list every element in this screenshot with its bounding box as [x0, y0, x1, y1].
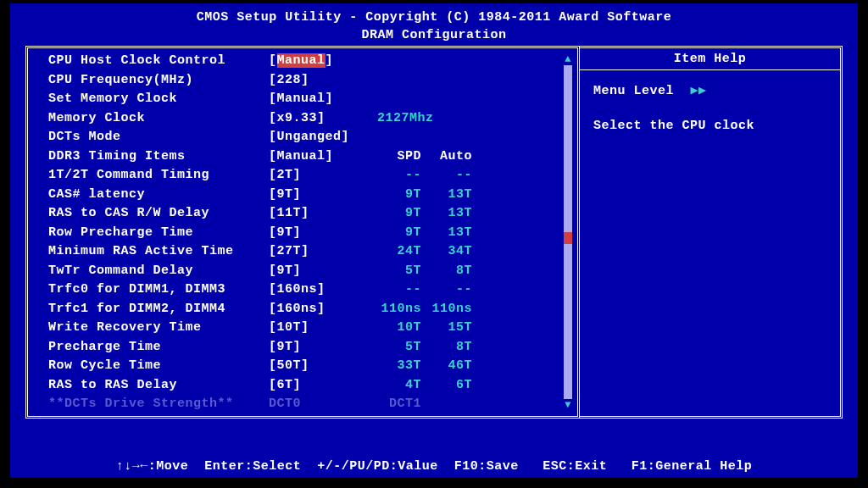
setting-spd: 10T	[362, 319, 421, 338]
setting-label: DCTs Mode	[48, 128, 269, 147]
menu-level-arrows-icon: ▶▶	[691, 84, 707, 98]
setting-spd: --	[362, 280, 421, 300]
setting-row[interactable]: Trfc0 for DIMM1, DIMM3[160ns]----	[48, 280, 570, 300]
setting-row[interactable]: CAS# latency[9T]9T13T	[48, 186, 570, 205]
setting-row[interactable]: DDR3 Timing Items[Manual]SPDAuto	[48, 147, 570, 167]
setting-value: [x9.33]	[269, 109, 362, 129]
setting-value: [9T]	[269, 338, 362, 358]
scrollbar[interactable]: ▲ ▼	[562, 53, 574, 411]
setting-row[interactable]: TwTr Command Delay[9T]5T8T	[48, 262, 570, 281]
setting-auto	[421, 395, 472, 414]
setting-row[interactable]: RAS to RAS Delay[6T]4T6T	[48, 376, 570, 396]
setting-value: DCT0	[269, 395, 362, 414]
setting-spd: 5T	[362, 338, 421, 358]
setting-label: CPU Host Clock Control	[48, 52, 269, 71]
setting-label: RAS to CAS R/W Delay	[48, 204, 269, 224]
setting-spd: DCT1	[362, 395, 421, 414]
setting-label: Set Memory Clock	[48, 90, 269, 109]
setting-value: [9T]	[269, 262, 362, 281]
setting-spd: --	[362, 166, 421, 186]
setting-spd	[362, 90, 421, 109]
setting-row: **DCTs Drive Strength**DCT0DCT1	[48, 395, 570, 414]
setting-value: [Manual]	[269, 52, 362, 71]
setting-row[interactable]: Precharge Time[9T]5T8T	[48, 338, 570, 358]
scroll-down-icon[interactable]: ▼	[562, 399, 574, 411]
setting-auto	[421, 128, 472, 147]
setting-auto: --	[421, 166, 472, 186]
setting-spd	[362, 52, 421, 71]
setting-label: CPU Frequency(MHz)	[48, 71, 269, 91]
setting-label: Trfc0 for DIMM1, DIMM3	[48, 280, 269, 300]
settings-panel: CPU Host Clock Control[Manual]CPU Freque…	[25, 46, 580, 419]
setting-auto: 13T	[421, 186, 472, 205]
setting-auto: Auto	[421, 147, 472, 167]
scroll-track[interactable]	[564, 65, 572, 399]
setting-auto	[421, 71, 472, 91]
setting-auto: 8T	[421, 338, 472, 358]
setting-auto: 46T	[421, 357, 472, 376]
setting-label: RAS to RAS Delay	[48, 376, 269, 396]
scroll-thumb[interactable]	[564, 232, 572, 244]
setting-row[interactable]: Set Memory Clock[Manual]	[48, 90, 570, 109]
setting-spd: 110ns	[362, 300, 421, 319]
setting-auto: 110ns	[421, 300, 472, 319]
setting-value: [228]	[269, 71, 362, 91]
setting-spd: 33T	[362, 357, 421, 376]
setting-label: Row Cycle Time	[48, 357, 269, 376]
setting-auto: 13T	[421, 204, 472, 224]
setting-row[interactable]: CPU Frequency(MHz)[228]	[48, 71, 570, 91]
setting-value: [Unganged]	[269, 128, 362, 147]
setting-row[interactable]: Memory Clock[x9.33]2127Mhz	[48, 109, 570, 129]
setting-label: Write Recovery Time	[48, 319, 269, 338]
help-panel: Item Help Menu Level ▶▶ Select the CPU c…	[580, 46, 843, 419]
setting-row[interactable]: 1T/2T Command Timing[2T]----	[48, 166, 570, 186]
setting-extra: 2127Mhz	[377, 109, 434, 129]
setting-spd: SPD	[362, 147, 421, 167]
setting-row[interactable]: Row Cycle Time[50T]33T46T	[48, 357, 570, 376]
setting-value: [27T]	[269, 242, 362, 262]
setting-auto: --	[421, 280, 472, 300]
footer-hints: ↑↓→←:Move Enter:Select +/-/PU/PD:Value F…	[10, 419, 858, 488]
setting-label: TwTr Command Delay	[48, 262, 269, 281]
setting-value: [6T]	[269, 376, 362, 396]
menu-level: Menu Level ▶▶	[593, 82, 826, 102]
setting-row[interactable]: Write Recovery Time[10T]10T15T	[48, 319, 570, 338]
setting-value: [9T]	[269, 224, 362, 243]
bios-subtitle: DRAM Configuration	[10, 26, 858, 44]
bios-header: CMOS Setup Utility - Copyright (C) 1984-…	[10, 3, 858, 46]
setting-spd: 5T	[362, 262, 421, 281]
setting-label: Row Precharge Time	[48, 224, 269, 243]
help-title: Item Help	[580, 48, 840, 70]
setting-value: [160ns]	[269, 300, 362, 319]
setting-value: [160ns]	[269, 280, 362, 300]
setting-auto	[421, 52, 472, 71]
setting-row[interactable]: CPU Host Clock Control[Manual]	[48, 52, 570, 71]
setting-row[interactable]: DCTs Mode[Unganged]	[48, 128, 570, 147]
setting-row[interactable]: Trfc1 for DIMM2, DIMM4[160ns]110ns110ns	[48, 300, 570, 319]
setting-row[interactable]: Row Precharge Time[9T]9T13T	[48, 224, 570, 243]
bios-title: CMOS Setup Utility - Copyright (C) 1984-…	[10, 8, 858, 26]
setting-label: DDR3 Timing Items	[48, 147, 269, 167]
setting-label: Precharge Time	[48, 338, 269, 358]
setting-label: Trfc1 for DIMM2, DIMM4	[48, 300, 269, 319]
setting-value: [2T]	[269, 166, 362, 186]
setting-row[interactable]: RAS to CAS R/W Delay[11T]9T13T	[48, 204, 570, 224]
setting-auto: 13T	[421, 224, 472, 243]
scroll-up-icon[interactable]: ▲	[562, 53, 574, 65]
setting-auto: 15T	[421, 319, 472, 338]
setting-spd: 9T	[362, 204, 421, 224]
setting-spd: 9T	[362, 186, 421, 205]
setting-spd	[362, 128, 421, 147]
setting-auto: 8T	[421, 262, 472, 281]
setting-auto	[421, 90, 472, 109]
setting-value: [50T]	[269, 357, 362, 376]
setting-value: [Manual]	[269, 147, 362, 167]
setting-value: [11T]	[269, 204, 362, 224]
help-description: Select the CPU clock	[593, 117, 826, 136]
setting-label: Minimum RAS Active Time	[48, 242, 269, 262]
setting-auto: 34T	[421, 242, 472, 262]
setting-label: **DCTs Drive Strength**	[48, 395, 269, 414]
footer-line1: ↑↓→←:Move Enter:Select +/-/PU/PD:Value F…	[25, 458, 843, 475]
setting-value: [Manual]	[269, 90, 362, 109]
setting-row[interactable]: Minimum RAS Active Time[27T]24T34T	[48, 242, 570, 262]
